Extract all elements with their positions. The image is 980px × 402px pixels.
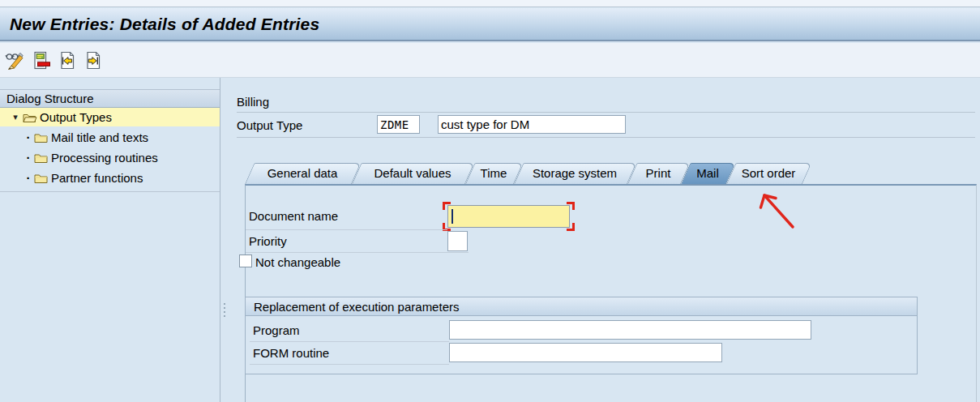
tab-default-values[interactable]: Default values xyxy=(352,163,465,184)
tab-sort-order[interactable]: Sort order xyxy=(726,163,802,184)
display-change-icon xyxy=(5,50,28,71)
next-entry-icon xyxy=(83,50,105,71)
tree-item-label: Output Types xyxy=(40,110,112,124)
not-changeable-checkbox[interactable] xyxy=(239,254,252,267)
tree-item-processing-routines[interactable]: · Processing routines xyxy=(0,148,220,167)
program-label: Program xyxy=(253,323,300,337)
header-divider xyxy=(237,137,975,138)
document-name-label: Document name xyxy=(249,209,338,223)
tab-print[interactable]: Print xyxy=(627,163,681,184)
application-toolbar xyxy=(0,43,980,78)
priority-label: Priority xyxy=(249,234,287,248)
output-type-label: Output Type xyxy=(237,118,302,132)
open-folder-icon xyxy=(23,112,37,123)
not-changeable-label: Not changeable xyxy=(255,255,340,269)
bullet-icon: · xyxy=(24,151,32,165)
output-type-description-field[interactable] xyxy=(438,115,626,134)
delete-entry-button[interactable] xyxy=(30,49,54,73)
section-label: Billing xyxy=(237,95,269,109)
tab-label: Time xyxy=(465,163,514,180)
tab-storage-system[interactable]: Storage system xyxy=(514,163,627,184)
folder-icon xyxy=(34,152,49,164)
form-routine-label: FORM routine xyxy=(253,346,329,360)
tab-label: Print xyxy=(627,163,681,180)
row-divider xyxy=(246,229,447,230)
row-divider xyxy=(250,341,449,342)
delete-entry-icon xyxy=(31,50,53,71)
tab-label: Mail xyxy=(681,163,726,180)
tab-label: Storage system xyxy=(514,163,627,180)
folder-icon xyxy=(34,132,49,143)
tree-item-label: Partner functions xyxy=(51,171,143,185)
text-cursor xyxy=(451,209,453,224)
dialog-structure-panel: Dialog Structure ▾ Output Types · Mail t… xyxy=(0,78,220,402)
focus-bracket xyxy=(443,202,451,210)
program-field[interactable] xyxy=(449,320,811,340)
tree-item-output-types[interactable]: ▾ Output Types xyxy=(0,108,220,126)
focus-bracket xyxy=(567,223,575,231)
tab-general-data[interactable]: General data xyxy=(245,163,352,184)
display-change-button[interactable] xyxy=(4,49,28,73)
next-entry-button[interactable] xyxy=(82,49,106,73)
page-title: New Entries: Details of Added Entries xyxy=(0,8,980,34)
tab-time[interactable]: Time xyxy=(465,163,514,184)
bullet-icon: · xyxy=(24,171,32,185)
tab-label: Default values xyxy=(352,163,465,180)
tree-item-label: Processing routines xyxy=(51,151,158,165)
folder-icon xyxy=(34,173,49,184)
dialog-structure-header: Dialog Structure xyxy=(0,89,220,108)
document-name-field[interactable] xyxy=(447,205,570,228)
expander-triangle-icon[interactable]: ▾ xyxy=(10,112,21,122)
panel-splitter-handle[interactable] xyxy=(224,303,225,317)
title-bar: New Entries: Details of Added Entries xyxy=(0,8,980,41)
tab-label: Sort order xyxy=(726,163,802,180)
tab-mail[interactable]: Mail xyxy=(681,163,726,184)
group-box-title: Replacement of execution parameters xyxy=(246,297,917,316)
tree-item-partner-functions[interactable]: · Partner functions xyxy=(0,169,220,187)
tree-item-label: Mail title and texts xyxy=(51,130,148,144)
tree-bottom-divider xyxy=(0,191,220,192)
focus-bracket xyxy=(567,202,575,210)
bullet-icon: · xyxy=(24,130,32,144)
sap-window: New Entries: Details of Added Entries xyxy=(0,0,980,402)
previous-entry-icon xyxy=(57,50,79,71)
window-top-strip xyxy=(0,0,980,7)
tree-item-mail-title-and-texts[interactable]: · Mail title and texts xyxy=(0,128,220,147)
section-divider xyxy=(237,112,975,113)
priority-field[interactable] xyxy=(447,231,468,251)
row-divider xyxy=(250,364,449,365)
previous-entry-button[interactable] xyxy=(56,49,80,73)
form-routine-field[interactable] xyxy=(449,343,722,362)
output-type-code-field[interactable] xyxy=(377,115,420,134)
tab-label: General data xyxy=(245,163,352,180)
row-divider xyxy=(246,252,469,253)
